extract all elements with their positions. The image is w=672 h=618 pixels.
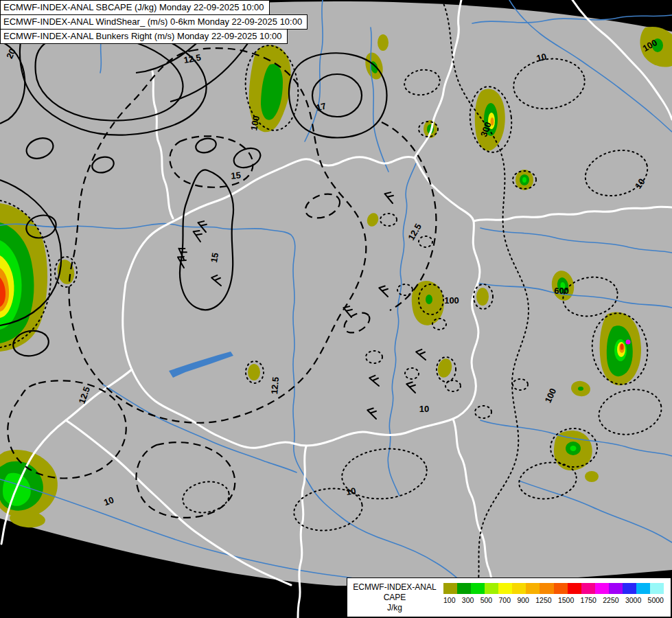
- contour-label: 15: [209, 252, 220, 264]
- legend-color-swatch: [512, 583, 526, 594]
- legend-color-swatch: [540, 583, 553, 594]
- legend-value: 1500: [558, 596, 574, 604]
- contour-label: 10: [345, 485, 357, 497]
- legend-color-swatch: [554, 583, 568, 594]
- legend-color-swatch: [471, 583, 485, 594]
- title-bunkers-right: ECMWF-INDEX-ANAL Bunkers Right (m/s) Mon…: [0, 29, 288, 44]
- legend-value: 1750: [581, 596, 596, 604]
- legend-value: 900: [517, 596, 529, 604]
- weather-map-page: 2017151512.512.512.512.51010101010100100…: [0, 0, 672, 618]
- legend-value: 1250: [535, 596, 551, 604]
- legend: ECMWF-INDEX-ANAL CAPE J/kg 1003005007009…: [347, 577, 671, 617]
- title-sbcape: ECMWF-INDEX-ANAL SBCAPE (J/kg) Monday 22…: [0, 0, 270, 15]
- legend-color-swatch: [526, 583, 540, 594]
- legend-color-swatch: [609, 583, 623, 594]
- legend-value: 5000: [648, 596, 664, 604]
- legend-color-swatch: [623, 583, 636, 594]
- contour-label: 15: [231, 170, 242, 181]
- legend-value: 2250: [603, 596, 618, 604]
- legend-color-swatch: [443, 583, 457, 594]
- weather-map: 2017151512.512.512.512.51010101010100100…: [0, 0, 672, 618]
- legend-color-swatch: [650, 583, 664, 594]
- contour-label: 10: [419, 404, 429, 414]
- title-stack: ECMWF-INDEX-ANAL SBCAPE (J/kg) Monday 22…: [0, 0, 308, 44]
- legend-values: 100300500700900125015001750225030005000: [443, 594, 664, 604]
- legend-value: 100: [443, 596, 456, 604]
- legend-model: ECMWF-INDEX-ANAL: [353, 582, 436, 593]
- legend-color-swatch: [636, 583, 650, 594]
- contour-label: 12.5: [269, 376, 281, 395]
- legend-color-swatch: [485, 583, 498, 594]
- map-domain: [0, 0, 672, 618]
- legend-text-block: ECMWF-INDEX-ANAL CAPE J/kg: [347, 578, 442, 617]
- title-windshear: ECMWF-INDEX-ANAL WindShear_ (m/s) 0-6km …: [0, 14, 308, 30]
- legend-color-swatch: [581, 583, 595, 594]
- contour-label: 100: [444, 295, 459, 306]
- legend-color-swatch: [568, 583, 581, 594]
- legend-color-swatch: [498, 583, 512, 594]
- legend-color-swatch: [595, 583, 609, 594]
- legend-value: 500: [480, 596, 493, 604]
- legend-value: 700: [499, 596, 511, 604]
- legend-value: 300: [462, 596, 474, 604]
- legend-colorbar-block: 100300500700900125015001750225030005000: [442, 578, 671, 617]
- legend-color-swatch: [457, 583, 471, 594]
- contour-label: 600: [554, 286, 569, 296]
- legend-parameter: CAPE: [384, 593, 406, 603]
- legend-colorbar: [443, 583, 664, 594]
- legend-value: 3000: [625, 596, 641, 604]
- legend-unit: J/kg: [387, 603, 402, 613]
